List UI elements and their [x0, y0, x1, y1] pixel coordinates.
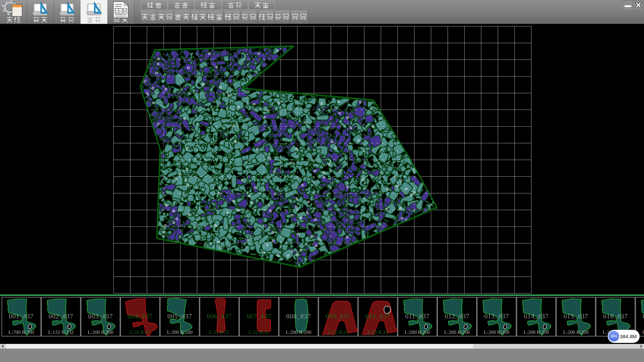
svg-text:L:200 R:200: L:200 R:200 — [405, 329, 430, 335]
svg-text:009_#37: 009_#37 — [326, 313, 351, 320]
svg-text:006_#37: 006_#37 — [207, 313, 232, 320]
svg-text:L:200 R:200: L:200 R:200 — [444, 329, 470, 335]
svg-text:L:31 R:31: L:31 R:31 — [130, 329, 150, 335]
svg-text:L:200 R:200: L:200 R:200 — [167, 329, 193, 335]
svg-text:010_#37: 010_#37 — [365, 313, 390, 320]
svg-text:017_#37: 017_#37 — [643, 313, 644, 320]
svg-text:384.8M: 384.8M — [620, 334, 637, 339]
svg-text:L:200 R:200: L:200 R:200 — [88, 329, 113, 335]
svg-text:L:200 R:200: L:200 R:200 — [286, 329, 311, 335]
svg-text:L:700 R:700: L:700 R:700 — [8, 329, 34, 335]
svg-text:L:21 R:21: L:21 R:21 — [209, 329, 229, 335]
svg-text:001_#37: 001_#37 — [9, 313, 34, 320]
svg-text:L:31 R:31: L:31 R:31 — [249, 329, 269, 335]
svg-text:L:33 R:33: L:33 R:33 — [368, 329, 388, 335]
svg-text:L:200 R:200: L:200 R:200 — [484, 329, 509, 335]
svg-text:014_#37: 014_#37 — [524, 313, 549, 320]
svg-text:002_#37: 002_#37 — [49, 313, 73, 320]
svg-text:007_#37: 007_#37 — [247, 313, 271, 320]
svg-text:004_#37: 004_#37 — [128, 313, 153, 320]
svg-text:L:200 R:200: L:200 R:200 — [563, 329, 589, 335]
svg-text:011_#37: 011_#37 — [405, 313, 430, 320]
svg-text:008_#37: 008_#37 — [286, 313, 311, 320]
svg-text:L:200 R:200: L:200 R:200 — [524, 329, 549, 335]
svg-text:L:32 R:31: L:32 R:31 — [328, 329, 348, 335]
svg-text:003_#37: 003_#37 — [88, 313, 113, 320]
svg-text:013_#37: 013_#37 — [484, 313, 509, 320]
svg-text:L:200 R:200: L:200 R:200 — [642, 329, 644, 335]
svg-text:38%: 38% — [610, 334, 617, 338]
svg-text:015_#37: 015_#37 — [564, 313, 588, 320]
svg-text:012_#37: 012_#37 — [445, 313, 470, 320]
svg-text:016_#37: 016_#37 — [603, 313, 628, 320]
svg-text:L:132 R:132: L:132 R:132 — [48, 329, 73, 335]
svg-text:005_#37: 005_#37 — [167, 313, 192, 320]
